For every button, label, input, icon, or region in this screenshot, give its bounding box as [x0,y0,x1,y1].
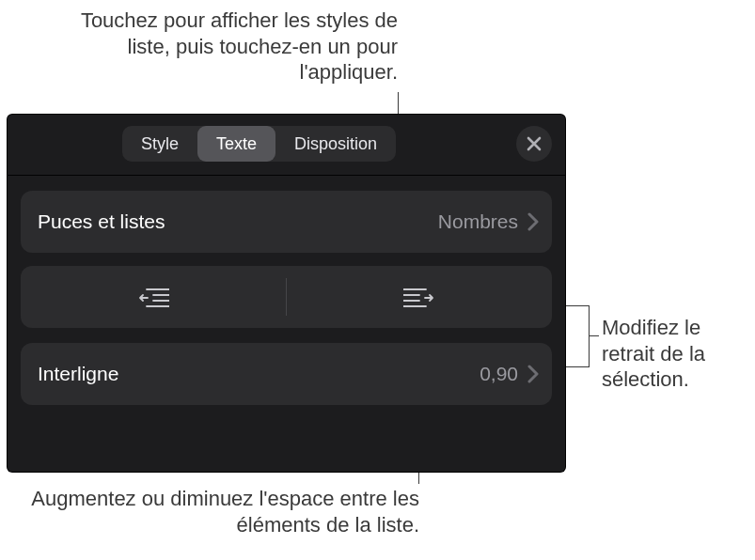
callout-right: Modifiez le retrait de la sélection. [602,315,752,393]
bullets-lists-row[interactable]: Puces et listes Nombres [21,191,552,253]
line-spacing-label: Interligne [38,363,480,385]
indent-decrease-button[interactable] [21,266,286,328]
line-spacing-row[interactable]: Interligne 0,90 [21,343,552,405]
indent-row [21,266,552,328]
callout-top: Touchez pour afficher les styles de list… [78,8,398,86]
callout-bottom: Augmentez ou diminuez l'espace entre les… [17,486,419,537]
indent-decrease-icon [137,286,169,308]
close-button[interactable] [516,126,552,162]
close-icon [526,135,543,152]
leader-right-h1 [565,305,589,306]
tab-texte[interactable]: Texte [197,126,275,162]
tab-disposition[interactable]: Disposition [275,126,396,162]
segmented-tabs: Style Texte Disposition [122,126,396,162]
indent-increase-button[interactable] [287,266,552,328]
chevron-right-icon [527,212,539,231]
bullets-lists-label: Puces et listes [38,210,438,233]
header-divider [8,175,565,176]
panel-header: Style Texte Disposition [8,115,565,169]
chevron-right-icon [527,365,539,383]
format-panel: Style Texte Disposition Puces et listes … [8,115,565,472]
bullets-lists-value: Nombres [438,210,518,233]
tab-style[interactable]: Style [122,126,197,162]
indent-increase-icon [403,286,435,308]
leader-right-v [589,305,590,367]
leader-right-h2 [565,366,589,367]
line-spacing-value: 0,90 [480,363,518,385]
leader-right-stem [590,335,599,336]
